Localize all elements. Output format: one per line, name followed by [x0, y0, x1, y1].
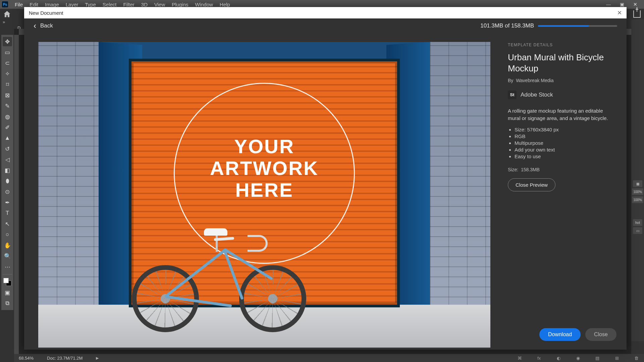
eyedropper-tool[interactable]: ✎ — [3, 101, 12, 111]
download-progress-bar — [538, 25, 617, 27]
zoom-tool[interactable]: 🔍 — [3, 251, 12, 261]
more-tools[interactable]: ⋯ — [3, 262, 12, 272]
shape-tool[interactable]: ○ — [3, 230, 12, 239]
fx-icon[interactable]: fx — [536, 356, 542, 361]
rightbar-icon[interactable]: ▦ — [633, 180, 642, 187]
download-button[interactable]: Download — [539, 328, 581, 341]
brush-tool[interactable]: ✐ — [3, 123, 12, 132]
dialog-title: New Document — [29, 10, 63, 16]
back-label: Back — [40, 22, 53, 29]
bike-handlebar — [248, 235, 268, 252]
brick-wall-right — [430, 42, 490, 348]
status-menu-arrow[interactable]: ▶ — [96, 356, 99, 360]
new-layer-icon[interactable]: ⊞ — [614, 356, 620, 361]
eraser-tool[interactable]: ◁ — [3, 155, 12, 164]
status-bar: 68.54% Doc: 23.7M/71.2M ▶ ⌘ fx ◐ ◉ ▧ ⊞ 🗑 — [14, 354, 644, 362]
lasso-tool[interactable]: ⊂ — [3, 58, 12, 68]
adobe-stock-icon: St — [508, 90, 517, 99]
share-icon[interactable] — [633, 10, 641, 18]
history-brush-tool[interactable]: ↺ — [3, 144, 12, 154]
download-progress-fill — [538, 25, 589, 27]
frame-tool[interactable]: ⊠ — [3, 90, 12, 100]
move-tool[interactable]: ✥ — [3, 37, 12, 46]
feature-item: Size: 5760x3840 px — [515, 127, 616, 132]
ruler-vertical — [14, 35, 19, 354]
stock-label: Adobe Stock — [521, 92, 553, 98]
type-tool[interactable]: T — [3, 208, 12, 218]
doc-size: Doc: 23.7M/71.2M — [47, 356, 83, 361]
color-swatch[interactable] — [3, 278, 11, 286]
template-title: Urban Mural with Bicycle Mockup — [508, 52, 616, 74]
rightbar-opacity[interactable]: 100% — [632, 188, 643, 195]
marquee-tool[interactable]: ▭ — [3, 48, 12, 57]
right-panel-collapsed: ▦ 100% 100% hot ▭ — [631, 19, 644, 341]
rightbar-label: hot — [633, 219, 642, 226]
rightbar-thumb[interactable]: ▭ — [633, 227, 642, 234]
quickmask-tool[interactable]: ▣ — [3, 288, 12, 297]
crop-tool[interactable]: ⌑ — [3, 80, 12, 89]
wand-tool[interactable]: ✧ — [3, 69, 12, 78]
artwork-placeholder-text: YOUR ARTWORK HERE — [210, 136, 319, 201]
folder-icon[interactable]: ▧ — [594, 356, 600, 361]
menu-filter[interactable]: Filter — [120, 2, 138, 7]
menu-help[interactable]: Help — [216, 2, 233, 7]
pen-tool[interactable]: ✒ — [3, 198, 12, 207]
template-features-list: Size: 5760x3840 px RGB Multipurpose Add … — [508, 126, 616, 160]
trash-icon[interactable]: 🗑 — [633, 356, 639, 361]
stock-source-row[interactable]: St Adobe Stock — [508, 90, 616, 99]
template-byline: By Wavebreak Media — [508, 78, 616, 83]
template-preview: YOUR ARTWORK HERE — [24, 33, 499, 350]
app-logo: Ps — [2, 1, 8, 7]
menu-plugins[interactable]: Plugins — [168, 2, 192, 7]
hand-tool[interactable]: ✋ — [3, 241, 12, 250]
mask-icon[interactable]: ◐ — [555, 356, 561, 361]
chevron-left-icon: ‹ — [34, 21, 36, 31]
new-document-dialog: New Document ✕ ‹ Back 101.3MB of 158.3MB — [24, 7, 627, 350]
zoom-level[interactable]: 68.54% — [19, 356, 34, 361]
home-icon[interactable] — [3, 10, 11, 18]
details-header: TEMPLATE DETAILS — [508, 43, 616, 47]
menu-view[interactable]: View — [151, 2, 168, 7]
mockup-image: YOUR ARTWORK HERE — [38, 42, 490, 348]
expand-left-icon[interactable]: » — [3, 19, 5, 25]
template-details-panel: TEMPLATE DETAILS Urban Mural with Bicycl… — [499, 33, 627, 350]
rightbar-fill[interactable]: 100% — [632, 196, 643, 203]
bike-seat — [204, 228, 227, 236]
back-button[interactable]: ‹ Back — [34, 21, 53, 31]
menu-file[interactable]: File — [11, 2, 26, 7]
heal-tool[interactable]: ◍ — [3, 112, 12, 121]
feature-item: Multipurpose — [515, 140, 616, 146]
template-size-row: Size: 158.3MB — [508, 167, 616, 172]
menu-layer[interactable]: Layer — [62, 2, 82, 7]
link-icon[interactable]: ⌘ — [517, 356, 523, 361]
gradient-tool[interactable]: ◧ — [3, 166, 12, 175]
feature-item: Easy to use — [515, 154, 616, 159]
window-maximize-button[interactable]: ▣ — [615, 2, 629, 7]
dialog-close-button[interactable]: ✕ — [617, 9, 622, 16]
download-progress-text: 101.3MB of 158.3MB — [480, 22, 534, 29]
feature-item: Add your own text — [515, 147, 616, 153]
window-minimize-button[interactable]: — — [602, 2, 615, 7]
template-description: A rolling gate mockup featuring an edita… — [508, 107, 616, 122]
path-select-tool[interactable]: ↖ — [3, 219, 12, 229]
close-preview-button[interactable]: Close Preview — [508, 178, 555, 191]
stamp-tool[interactable]: ▲ — [3, 133, 12, 143]
bicycle — [132, 242, 306, 332]
blur-tool[interactable]: ⬮ — [3, 176, 12, 186]
bike-frame — [165, 248, 273, 299]
adjustment-icon[interactable]: ◉ — [575, 356, 581, 361]
menu-edit[interactable]: Edit — [26, 2, 42, 7]
menu-select[interactable]: Select — [99, 2, 120, 7]
dialog-top-row: ‹ Back 101.3MB of 158.3MB — [24, 18, 627, 33]
tools-panel: ✥ ▭ ⊂ ✧ ⌑ ⊠ ✎ ◍ ✐ ▲ ↺ ◁ ◧ ⬮ ⊙ ✒ T ↖ ○ ✋ … — [1, 35, 13, 310]
menu-image[interactable]: Image — [42, 2, 62, 7]
menu-window[interactable]: Window — [192, 2, 216, 7]
menu-type[interactable]: Type — [82, 2, 99, 7]
screenmode-tool[interactable]: ⧉ — [3, 299, 12, 308]
menu-3d[interactable]: 3D — [138, 2, 151, 7]
feature-item: RGB — [515, 133, 616, 139]
brick-wall-left — [38, 42, 99, 348]
close-button[interactable]: Close — [585, 328, 616, 341]
dodge-tool[interactable]: ⊙ — [3, 187, 12, 196]
dialog-title-bar: New Document ✕ — [24, 7, 627, 18]
